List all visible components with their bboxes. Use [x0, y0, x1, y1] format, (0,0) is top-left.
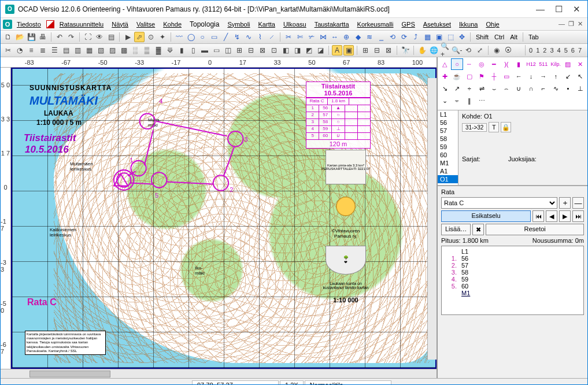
bezier-icon[interactable]: ≋ — [364, 32, 375, 42]
manual-icon[interactable]: ⛶ — [83, 32, 93, 42]
polyline-icon[interactable]: ↯ — [232, 32, 242, 42]
sym-arr-dr-icon[interactable]: ↘ — [439, 83, 450, 94]
sym-perp-icon[interactable]: ⊥ — [575, 83, 586, 94]
pointer-icon[interactable]: ▶ — [123, 32, 133, 42]
print-icon[interactable]: 🖶 — [38, 32, 48, 42]
t2-tbl3-icon[interactable]: ⊠ — [383, 45, 394, 55]
list-item[interactable]: 56 — [438, 119, 458, 127]
app-menu-icon[interactable]: O — [3, 20, 12, 29]
curve-icon[interactable]: 〰 — [174, 32, 184, 42]
sym-wave-icon[interactable]: ∿ — [550, 83, 561, 94]
maximize-button[interactable]: ☐ — [555, 4, 563, 14]
t2-h8-icon[interactable]: ▨ — [107, 45, 117, 55]
menu-topology[interactable]: Topologia — [186, 19, 223, 29]
list-item[interactable]: 59 — [438, 143, 458, 151]
sym-bowl-icon[interactable]: ⌣ — [488, 83, 500, 94]
mdi-close-icon[interactable]: ✕ — [578, 20, 583, 28]
menu-bgmap[interactable]: Taustakartta — [311, 19, 353, 29]
menu-help[interactable]: Ohje — [482, 19, 502, 29]
straight-icon[interactable]: ⎯ — [376, 32, 386, 42]
edit-pointer-icon[interactable]: ⬀ — [134, 32, 145, 42]
mod-ctrl[interactable]: Ctrl — [492, 34, 506, 40]
fill-icon[interactable]: ▦ — [422, 32, 432, 42]
lock-icon[interactable]: 🔒 — [501, 122, 511, 132]
sym-dbldash-icon[interactable]: ⇌ — [476, 83, 487, 94]
opt1-icon[interactable]: ⟲ — [387, 32, 398, 42]
move-icon[interactable]: ↔ — [330, 32, 340, 42]
rata-select[interactable]: Rata C — [441, 197, 557, 209]
join-icon[interactable]: ⋈ — [318, 32, 328, 42]
add-button[interactable]: Lisää… — [441, 224, 471, 235]
sym-hatch-icon[interactable]: ▨ — [562, 58, 574, 70]
list-item-selected[interactable]: O1 — [438, 175, 458, 183]
mod-alt[interactable]: Alt — [508, 34, 520, 40]
cut2-icon[interactable]: ✄ — [295, 32, 305, 42]
cut-icon[interactable]: ✂ — [283, 32, 294, 42]
sym-plus-icon[interactable]: ✚ — [439, 71, 450, 82]
t2-h9-icon[interactable]: ▩ — [119, 45, 129, 55]
sym-line-icon[interactable]: ━ — [488, 58, 500, 70]
t2-tbl1-icon[interactable]: ⊞ — [360, 45, 371, 55]
t2-p13-icon[interactable]: ◪ — [315, 45, 326, 55]
sym-cup-icon[interactable]: ☕ — [451, 71, 463, 82]
sym-parallel-icon[interactable]: ‖ — [464, 95, 475, 106]
opt5-icon[interactable]: ⬚ — [445, 32, 456, 42]
sym-vbar-icon[interactable]: ⫟ — [451, 95, 463, 106]
sym-more-icon[interactable]: ⋯ — [476, 95, 487, 106]
t2-p11-icon[interactable]: ◨ — [292, 45, 302, 55]
t2-hand-icon[interactable]: ✋ — [417, 45, 427, 55]
map-canvas[interactable]: SUUNNISTUSKARTTA MULTAMÄKI LAUKAA 1:10 0… — [11, 68, 437, 369]
sym-cap-icon[interactable]: ∩ — [525, 83, 537, 94]
redo-icon[interactable]: ↷ — [66, 32, 76, 42]
sym-step-icon[interactable]: ⌐ — [538, 83, 549, 94]
freehand-icon[interactable]: ∿ — [243, 32, 254, 42]
first-icon[interactable]: ⏮ — [532, 210, 544, 222]
t2-h5-icon[interactable]: ▥ — [72, 45, 83, 55]
menu-select[interactable]: Valitse — [133, 19, 158, 29]
t2-p12-icon[interactable]: ◩ — [304, 45, 314, 55]
sym-arr-ul-icon[interactable]: ↖ — [575, 71, 586, 82]
t2-scissors-icon[interactable]: ✂ — [3, 45, 13, 55]
t2-p10-icon[interactable]: ◧ — [280, 45, 291, 55]
rata-add-button[interactable]: ＋ — [559, 197, 571, 209]
last-icon[interactable]: ⏭ — [572, 210, 584, 222]
stairs-icon[interactable]: ⌇ — [255, 32, 265, 42]
sym-arr-d-icon[interactable]: ↓ — [525, 71, 537, 82]
sym-cross2-icon[interactable]: ┼ — [488, 71, 500, 82]
leg-button[interactable]: 31->32 — [462, 123, 487, 132]
menu-settings[interactable]: Asetukset — [420, 19, 454, 29]
t2-binoculars-icon[interactable]: 🔭 — [400, 45, 411, 55]
sym-flag-icon[interactable]: ⚑ — [476, 71, 487, 82]
sparkle-icon[interactable]: ✦ — [157, 32, 168, 42]
t2-p5-icon[interactable]: ◫ — [223, 45, 233, 55]
menu-route[interactable]: Ratasuunnittelu — [56, 19, 107, 29]
menu-layout[interactable]: Ulkoasu — [280, 19, 310, 29]
mod-tab[interactable]: Tab — [526, 34, 541, 40]
sym-arr-u-icon[interactable]: ↑ — [550, 71, 561, 82]
t2-p3-icon[interactable]: ▬ — [199, 45, 210, 55]
menu-dem[interactable]: Korkeusmalli — [354, 19, 397, 29]
t2-zoomout-icon[interactable]: 🔍- — [452, 45, 462, 55]
t2-h6-icon[interactable]: ▦ — [84, 45, 94, 55]
t2-layer-icon[interactable]: ▣ — [343, 45, 354, 55]
sym-arr-l-icon[interactable]: ← — [513, 71, 524, 82]
sym-car-icon[interactable]: ▢ — [464, 71, 475, 82]
t2-h4-icon[interactable]: ▤ — [61, 45, 71, 55]
t2-pin2-icon[interactable]: ⦿ — [503, 45, 513, 55]
undo-icon[interactable]: ↶ — [54, 32, 65, 42]
sym-dot-icon[interactable]: • — [562, 83, 574, 94]
t2-h11-icon[interactable]: ▒ — [142, 45, 152, 55]
t2-marker-icon[interactable]: ◔ — [14, 45, 25, 55]
sym-divide-icon[interactable]: ÷ — [464, 83, 475, 94]
t2-zoomreset-icon[interactable]: ⟲ — [463, 45, 474, 55]
controls-list[interactable]: L1 1.56 2.57 3.58 4.59 5.60 M1 — [441, 246, 584, 315]
close-button[interactable]: ✕ — [573, 4, 580, 14]
mod-shift[interactable]: Shift — [474, 34, 491, 40]
horizontal-scrollbar[interactable] — [1, 369, 437, 378]
preview-button[interactable]: Esikatselu — [441, 210, 531, 222]
t2-p9-icon[interactable]: ⊡ — [269, 45, 279, 55]
mdi-minimize-icon[interactable]: — — [559, 20, 565, 28]
sym-frame-icon[interactable]: ▭ — [501, 71, 512, 82]
sym-cross-icon[interactable]: ✕ — [575, 58, 586, 70]
grid-icon[interactable]: ▤ — [106, 32, 116, 42]
